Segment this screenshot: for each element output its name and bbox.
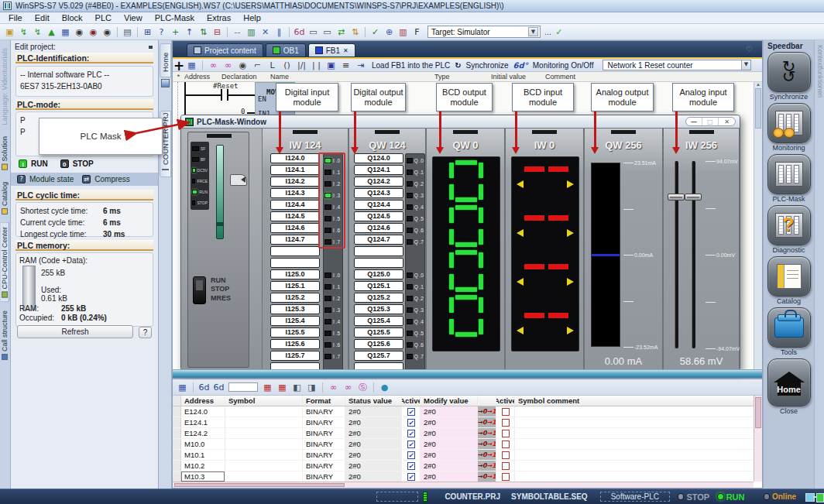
io-box-blank[interactable] <box>354 246 403 256</box>
modify-active-checkbox[interactable] <box>502 430 510 437</box>
find-in-plc-icon[interactable]: ◉ <box>87 26 100 39</box>
home-tab-icon[interactable] <box>161 79 170 87</box>
function-icon[interactable]: F <box>410 26 424 39</box>
force-0-button[interactable]: →0 <box>478 430 487 437</box>
io-box-q125-3[interactable]: Q125.3 <box>354 304 403 314</box>
force-1-button[interactable]: →1 <box>487 419 496 426</box>
coil-icon[interactable]: () <box>280 59 294 72</box>
io-box-q124-4[interactable]: Q124.4 <box>354 200 403 210</box>
decrement-arrow-icon[interactable] <box>517 327 524 334</box>
io-box-q124-3[interactable]: Q124.3 <box>354 188 403 198</box>
force-0-button[interactable]: →0 <box>478 408 487 415</box>
col-address[interactable]: Address <box>184 73 221 81</box>
io-box-q124-5[interactable]: Q124.5 <box>354 211 403 221</box>
network-select[interactable]: Network 1 Reset counter ▼ <box>603 60 751 70</box>
header-modify-value[interactable]: Modify value <box>421 396 478 406</box>
save-table-icon[interactable]: ▦ <box>176 381 189 394</box>
cell-address[interactable]: E124.0 <box>181 406 225 417</box>
modify-active-checkbox[interactable] <box>502 419 510 427</box>
dock-tab-solution[interactable]: Solution <box>1 132 9 174</box>
modify-active-checkbox[interactable] <box>502 451 510 459</box>
modify-table-icon[interactable]: ▦ <box>261 381 274 394</box>
run-led-icon[interactable]: I <box>19 159 27 168</box>
io-box-i125-0[interactable]: I125.0 <box>270 269 320 279</box>
cell-format[interactable]: BINARY <box>303 417 345 427</box>
cell-symbol[interactable] <box>225 461 303 471</box>
save-block-icon[interactable]: ▦ <box>185 59 198 72</box>
active-checkbox[interactable]: ✓ <box>407 408 415 416</box>
cell-symbol[interactable] <box>225 406 303 417</box>
run-button-label[interactable]: RUN <box>31 159 48 168</box>
slider-track[interactable] <box>692 161 695 348</box>
io-box-i125-2[interactable]: I125.2 <box>270 293 320 303</box>
symbol-table-icon[interactable]: ▭ <box>307 26 320 39</box>
menu-plc[interactable]: PLC <box>89 12 118 23</box>
contact-nc-icon[interactable]: |/| <box>295 59 308 72</box>
header-address[interactable]: Address <box>181 396 225 406</box>
table-row[interactable]: E124.0BINARY2#0✓2#0→0→1 <box>173 406 754 417</box>
find-icon[interactable]: ◉ <box>236 59 249 72</box>
refresh-button[interactable]: Refresh <box>17 325 133 338</box>
table-row[interactable]: M10.2BINARY2#0✓2#0→0→1 <box>173 461 754 471</box>
cell-modify-value[interactable]: 2#0 <box>421 439 478 449</box>
cell-address[interactable]: M10.0 <box>181 439 225 449</box>
monitor-glasses-icon[interactable]: 6d <box>212 381 225 394</box>
status-project[interactable]: COUNTER.PRJ <box>445 492 500 501</box>
minimize-button[interactable]: — <box>686 118 702 126</box>
delete-network-icon[interactable]: ✕ <box>259 26 272 39</box>
modify-table2-icon[interactable]: ▦ <box>276 381 289 394</box>
column-right-icon[interactable]: ◨ <box>305 381 318 394</box>
io-box-i125-4[interactable]: I125.4 <box>270 316 320 326</box>
status-run[interactable]: RUN <box>726 492 745 502</box>
contact-symbol[interactable] <box>221 89 222 101</box>
increment-arrow-icon[interactable] <box>567 278 574 286</box>
cell-format[interactable]: BINARY <box>303 471 345 482</box>
speedbar-close-button[interactable]: Home <box>767 358 811 406</box>
more-options-button[interactable]: ... <box>544 27 551 36</box>
status-symboltable[interactable]: SYMBOLTABLE.SEQ <box>511 492 588 501</box>
force-0-button[interactable]: →0 <box>478 473 487 480</box>
io-box-i124-1[interactable]: I124.1 <box>270 165 320 175</box>
table-vertical-scrollbar[interactable] <box>754 396 762 482</box>
status-plc-name[interactable]: Software-PLC <box>600 492 670 502</box>
cell-symbol-comment[interactable] <box>515 439 754 449</box>
mov-box[interactable]: MOV EN IN1 <box>255 82 295 118</box>
cell-symbol-comment[interactable] <box>515 406 754 417</box>
load-fb1-button[interactable]: Load FB1 into the PLC <box>372 61 450 70</box>
status-glasses-icon[interactable]: 6d <box>197 381 211 394</box>
monitoring-toggle-button[interactable]: Monitoring On/Off <box>533 61 594 70</box>
io-box-q125-7[interactable]: Q125.7 <box>354 351 403 361</box>
block-up-icon[interactable]: ↑ <box>183 26 196 39</box>
close-tab-icon[interactable]: ✕ <box>343 47 348 54</box>
target-select[interactable]: Target: Simulator ▼ <box>427 26 541 38</box>
io-box-q125-0[interactable]: Q125.0 <box>354 269 403 279</box>
dock-tab-home[interactable]: Home <box>160 43 171 77</box>
io-box-i124-2[interactable]: I124.2 <box>270 177 320 187</box>
slider-track[interactable] <box>675 161 678 348</box>
menu-block[interactable]: Block <box>56 12 89 23</box>
cell-symbol-comment[interactable] <box>515 428 754 438</box>
speedbar-diagnostic-button[interactable]: ? <box>767 205 811 245</box>
status-online[interactable]: Online <box>772 492 796 501</box>
speedbar-catalog-button[interactable] <box>767 256 811 297</box>
modify-active-checkbox[interactable] <box>502 408 510 416</box>
pin-icon[interactable] <box>149 46 153 49</box>
cell-address[interactable]: E124.1 <box>181 417 225 427</box>
active-checkbox[interactable]: ✓ <box>407 473 415 481</box>
table-row[interactable]: M10.3BINARY2#0✓2#0→0→1 <box>173 471 754 482</box>
globe-icon[interactable]: ● <box>378 381 391 394</box>
csv-import-icon[interactable]: ∞ <box>207 59 220 72</box>
accept-icon[interactable]: ✓ <box>369 26 382 39</box>
io-box-i124-0[interactable]: I124.0 <box>270 153 320 163</box>
active-checkbox[interactable]: ✓ <box>407 441 415 448</box>
monitoring-glasses-icon[interactable]: 6d° <box>513 61 528 70</box>
row-selector[interactable] <box>173 417 181 427</box>
row-selector[interactable] <box>173 439 181 449</box>
cell-address[interactable]: M10.3 <box>181 471 225 482</box>
box-icon[interactable]: ▣ <box>324 59 338 72</box>
cell-format[interactable]: BINARY <box>303 406 345 417</box>
table-horizontal-scrollbar[interactable] <box>173 482 754 488</box>
open-project-icon[interactable]: ▣ <box>3 26 16 39</box>
header-active2[interactable]: Active <box>496 396 515 406</box>
contact-no-icon[interactable]: | | <box>310 59 323 72</box>
